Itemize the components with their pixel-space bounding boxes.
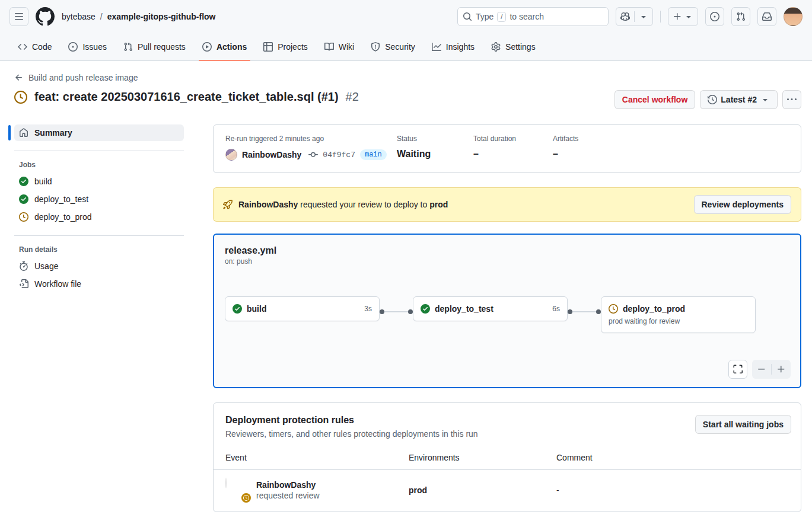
copilot-button[interactable] bbox=[616, 8, 634, 25]
gear-icon bbox=[491, 42, 501, 52]
tab-wiki[interactable]: Wiki bbox=[316, 33, 362, 60]
cancel-workflow-button[interactable]: Cancel workflow bbox=[614, 90, 695, 109]
event-action: requested review bbox=[256, 491, 320, 500]
run-options-button[interactable] bbox=[782, 90, 801, 109]
zoom-in-button[interactable] bbox=[772, 360, 791, 379]
issue-opened-icon bbox=[68, 42, 78, 52]
waiting-badge bbox=[240, 492, 252, 504]
success-check-icon bbox=[233, 304, 242, 314]
connector-dot bbox=[408, 309, 413, 314]
tab-actions[interactable]: Actions bbox=[194, 33, 255, 60]
back-to-workflow-link[interactable]: Build and push release image bbox=[14, 73, 138, 82]
start-all-waiting-jobs-button[interactable]: Start all waiting jobs bbox=[695, 415, 791, 434]
node-title-row: deploy_to_prod bbox=[609, 304, 748, 314]
graph-node-deploy-to-test[interactable]: deploy_to_test 6s bbox=[413, 296, 568, 321]
run-number: #2 bbox=[346, 90, 359, 104]
tab-label: Code bbox=[32, 42, 52, 52]
table-icon bbox=[263, 42, 273, 52]
environment-cell: prod bbox=[409, 485, 556, 495]
node-name: deploy_to_prod bbox=[623, 304, 748, 314]
run-header: Build and push release image feat: creat… bbox=[0, 61, 812, 109]
three-bars-icon bbox=[14, 12, 24, 21]
tab-settings[interactable]: Settings bbox=[483, 33, 544, 60]
sidebar-item-usage[interactable]: Usage bbox=[8, 257, 184, 275]
github-mark-icon bbox=[36, 7, 55, 26]
copilot-icon bbox=[620, 12, 630, 21]
status-label: Status bbox=[397, 135, 473, 143]
copilot-dropdown-button[interactable] bbox=[635, 8, 652, 25]
connector-dot bbox=[568, 309, 572, 314]
connector-line bbox=[572, 311, 596, 312]
run-sidebar: Summary Jobs build deploy_to_test deploy… bbox=[8, 124, 184, 512]
job-name: deploy_to_test bbox=[34, 194, 88, 204]
tab-pull-requests[interactable]: Pull requests bbox=[115, 33, 194, 60]
sidebar-job-build[interactable]: build bbox=[8, 172, 184, 190]
issue-opened-icon bbox=[710, 12, 719, 21]
protection-table-header: Event Environments Comment bbox=[214, 441, 801, 469]
workflow-run-page: Build and push release image feat: creat… bbox=[0, 61, 812, 512]
node-waiting-note: prod waiting for review bbox=[609, 317, 748, 325]
run-content: Re-run triggered 2 minutes ago RainbowDa… bbox=[213, 124, 801, 512]
sidebar-item-workflow-file[interactable]: Workflow file bbox=[8, 275, 184, 293]
waiting-clock-icon bbox=[19, 212, 28, 222]
commit-sha[interactable]: 04f9fc7 bbox=[323, 151, 355, 159]
connector-line bbox=[384, 311, 408, 312]
workflow-graph-card: release.yml on: push build 3s deploy_to_… bbox=[213, 234, 801, 388]
search-input[interactable]: Type / to search bbox=[457, 7, 609, 26]
review-banner-text: RainbowDashy requested your review to de… bbox=[223, 200, 448, 209]
actor-avatar[interactable] bbox=[225, 149, 237, 161]
workflow-name: Build and push release image bbox=[28, 73, 138, 82]
tab-label: Insights bbox=[446, 42, 475, 52]
run-layout: Summary Jobs build deploy_to_test deploy… bbox=[0, 109, 812, 512]
tab-security[interactable]: Security bbox=[362, 33, 423, 60]
tab-code[interactable]: Code bbox=[9, 33, 60, 60]
breadcrumb-repo[interactable]: example-gitops-github-flow bbox=[107, 12, 216, 21]
protection-header-text: Deployment protection rules Reviewers, t… bbox=[225, 415, 478, 439]
branch-badge[interactable]: main bbox=[360, 149, 387, 160]
workflow-file-name: release.yml bbox=[225, 245, 789, 256]
chevron-down-icon bbox=[760, 95, 770, 104]
deployment-protection-card: Deployment protection rules Reviewers, t… bbox=[213, 402, 801, 512]
sidebar-item-summary[interactable]: Summary bbox=[14, 124, 184, 141]
sidebar-job-deploy-to-prod[interactable]: deploy_to_prod bbox=[8, 208, 184, 226]
inbox-button[interactable] bbox=[757, 7, 776, 26]
graph-node-deploy-to-prod[interactable]: deploy_to_prod prod waiting for review bbox=[601, 296, 756, 333]
actor-name[interactable]: RainbowDashy bbox=[242, 150, 301, 159]
minus-icon bbox=[757, 365, 766, 374]
create-new-button[interactable] bbox=[668, 8, 698, 25]
breadcrumb-separator: / bbox=[100, 12, 103, 21]
tab-projects[interactable]: Projects bbox=[255, 33, 316, 60]
artifacts-label: Artifacts bbox=[553, 135, 578, 143]
reviewer-avatar[interactable] bbox=[225, 478, 227, 488]
tab-insights[interactable]: Insights bbox=[423, 33, 483, 60]
node-duration: 3s bbox=[364, 305, 372, 313]
fullscreen-button[interactable] bbox=[728, 360, 747, 379]
run-summary-card: Re-run triggered 2 minutes ago RainbowDa… bbox=[213, 124, 801, 173]
duration-value: – bbox=[473, 149, 553, 159]
clock-badge-icon bbox=[243, 495, 249, 501]
issues-button[interactable] bbox=[705, 7, 724, 26]
tab-issues[interactable]: Issues bbox=[60, 33, 114, 60]
home-icon bbox=[19, 128, 28, 138]
tab-label: Settings bbox=[505, 42, 536, 52]
github-logo[interactable] bbox=[36, 7, 55, 26]
connector-dot bbox=[596, 309, 601, 314]
event-actor[interactable]: RainbowDashy bbox=[256, 480, 320, 490]
sidebar-job-deploy-to-test[interactable]: deploy_to_test bbox=[8, 190, 184, 208]
latest-run-button[interactable]: Latest #2 bbox=[700, 90, 778, 109]
hamburger-menu-button[interactable] bbox=[9, 7, 28, 26]
review-request-banner: RainbowDashy requested your review to de… bbox=[213, 187, 801, 222]
breadcrumb-org[interactable]: bytebase bbox=[62, 12, 95, 21]
workflow-graph: build 3s deploy_to_test 6s deploy_to_pro… bbox=[225, 296, 789, 333]
review-deployments-button[interactable]: Review deployments bbox=[694, 195, 792, 214]
pull-requests-button[interactable] bbox=[731, 7, 750, 26]
zoom-out-button[interactable] bbox=[752, 360, 771, 379]
job-name: build bbox=[34, 177, 52, 186]
graph-controls bbox=[728, 360, 791, 379]
user-avatar[interactable] bbox=[784, 7, 803, 26]
search-placeholder-after: to search bbox=[510, 12, 544, 21]
graph-node-build[interactable]: build 3s bbox=[225, 296, 380, 321]
trigger-actor-row: RainbowDashy 04f9fc7 main bbox=[225, 149, 397, 161]
tab-label: Actions bbox=[216, 42, 247, 52]
duration-column: Total duration – bbox=[473, 135, 553, 161]
